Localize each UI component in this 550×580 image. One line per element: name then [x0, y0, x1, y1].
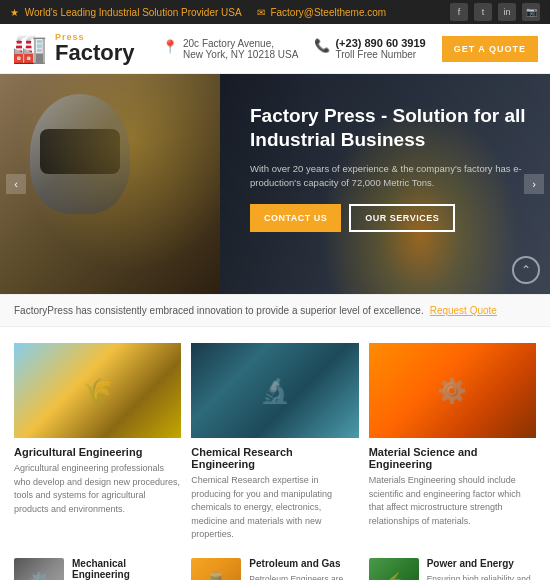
header-contact: 📍 20c Factory Avenue, New York, NY 10218…: [162, 36, 538, 62]
scroll-up-button[interactable]: ⌃: [512, 256, 540, 284]
services-section: 🌾 Agricultural Engineering Agricultural …: [0, 327, 550, 580]
petroleum-desc: Petroleum Engineers are concerned with t…: [249, 573, 358, 581]
material-title: Material Science and Engineering: [369, 446, 536, 470]
chemical-title: Chemical Research Engineering: [191, 446, 358, 470]
mechanical-icon: ⚙️: [14, 558, 64, 581]
services-bottom-row: ⚙️ Mechanical Engineering Creating a dyn…: [14, 558, 536, 581]
hero-buttons: CONTACT US OUR SERVICES: [250, 204, 530, 232]
logo-factory: Factory: [55, 42, 134, 64]
agricultural-desc: Agricultural engineering professionals w…: [14, 462, 181, 516]
quote-button[interactable]: GET A QUOTE: [442, 36, 538, 62]
social-links: f t in 📷: [450, 3, 540, 21]
power-title: Power and Energy: [427, 558, 536, 569]
contact-button[interactable]: CONTACT US: [250, 204, 341, 232]
banner: FactoryPress has consistently embraced i…: [0, 294, 550, 327]
agricultural-image: 🌾: [14, 343, 181, 438]
mechanical-info: Mechanical Engineering Creating a dynami…: [72, 558, 181, 581]
services-button[interactable]: OUR SERVICES: [349, 204, 455, 232]
chemical-image: 🔬: [191, 343, 358, 438]
top-bar: ★ World's Leading Industrial Solution Pr…: [0, 0, 550, 24]
petroleum-title: Petroleum and Gas: [249, 558, 358, 569]
worker-helmet: [30, 94, 130, 214]
service-material: ⚙️ Material Science and Engineering Mate…: [369, 343, 536, 542]
email-icon: ✉: [257, 7, 265, 18]
service-petroleum: 🛢️ Petroleum and Gas Petroleum Engineers…: [191, 558, 358, 581]
hero-title: Factory Press - Solution for all Industr…: [250, 104, 530, 152]
phone-icon: 📞: [314, 38, 330, 53]
top-bar-promo: ★ World's Leading Industrial Solution Pr…: [10, 7, 245, 18]
address-text: 20c Factory Avenue, New York, NY 10218 U…: [183, 38, 298, 60]
hero-description: With over 20 years of experience & the c…: [250, 162, 530, 191]
service-power: ⚡ Power and Energy Ensuring high reliabi…: [369, 558, 536, 581]
hero-content: Factory Press - Solution for all Industr…: [250, 104, 530, 232]
mechanical-thumb: ⚙️: [14, 558, 64, 581]
service-chemical: 🔬 Chemical Research Engineering Chemical…: [191, 343, 358, 542]
agricultural-overlay: 🌾: [14, 343, 181, 438]
logo-text: Press Factory: [55, 33, 134, 65]
agricultural-title: Agricultural Engineering: [14, 446, 181, 458]
material-image: ⚙️: [369, 343, 536, 438]
contact-phone: 📞 (+23) 890 60 3919 Troll Free Number: [314, 37, 425, 60]
facebook-icon[interactable]: f: [450, 3, 468, 21]
service-mechanical: ⚙️ Mechanical Engineering Creating a dyn…: [14, 558, 181, 581]
location-icon: 📍: [162, 39, 178, 54]
material-desc: Materials Engineering should include sci…: [369, 474, 536, 528]
banner-text: FactoryPress has consistently embraced i…: [14, 305, 424, 316]
petroleum-icon: 🛢️: [191, 558, 241, 581]
contact-address: 📍 20c Factory Avenue, New York, NY 10218…: [162, 38, 298, 60]
petroleum-thumb: 🛢️: [191, 558, 241, 581]
top-bar-left: ★ World's Leading Industrial Solution Pr…: [10, 7, 389, 18]
chemical-desc: Chemical Research expertise in producing…: [191, 474, 358, 542]
instagram-icon[interactable]: 📷: [522, 3, 540, 21]
hero-next-arrow[interactable]: ›: [524, 174, 544, 194]
chemical-overlay: 🔬: [191, 343, 358, 438]
services-top-row: 🌾 Agricultural Engineering Agricultural …: [14, 343, 536, 542]
header: 🏭 Press Factory 📍 20c Factory Avenue, Ne…: [0, 24, 550, 74]
top-bar-email: ✉ Factory@Steeltheme.com: [257, 7, 390, 18]
logo: 🏭 Press Factory: [12, 32, 134, 65]
petroleum-info: Petroleum and Gas Petroleum Engineers ar…: [249, 558, 358, 581]
linkedin-icon[interactable]: in: [498, 3, 516, 21]
logo-building-icon: 🏭: [12, 32, 47, 65]
power-icon: ⚡: [369, 558, 419, 581]
star-icon: ★: [10, 7, 19, 18]
power-info: Power and Energy Ensuring high reliabili…: [427, 558, 536, 581]
request-quote-link[interactable]: Request Quote: [430, 305, 497, 316]
power-thumb: ⚡: [369, 558, 419, 581]
power-desc: Ensuring high reliability and optimal pe…: [427, 573, 536, 581]
hero-worker-image: [0, 74, 220, 294]
hero-prev-arrow[interactable]: ‹: [6, 174, 26, 194]
twitter-icon[interactable]: t: [474, 3, 492, 21]
service-agricultural: 🌾 Agricultural Engineering Agricultural …: [14, 343, 181, 542]
hero-section: Factory Press - Solution for all Industr…: [0, 74, 550, 294]
mechanical-title: Mechanical Engineering: [72, 558, 181, 580]
material-overlay: ⚙️: [369, 343, 536, 438]
phone-text: (+23) 890 60 3919 Troll Free Number: [335, 37, 425, 60]
